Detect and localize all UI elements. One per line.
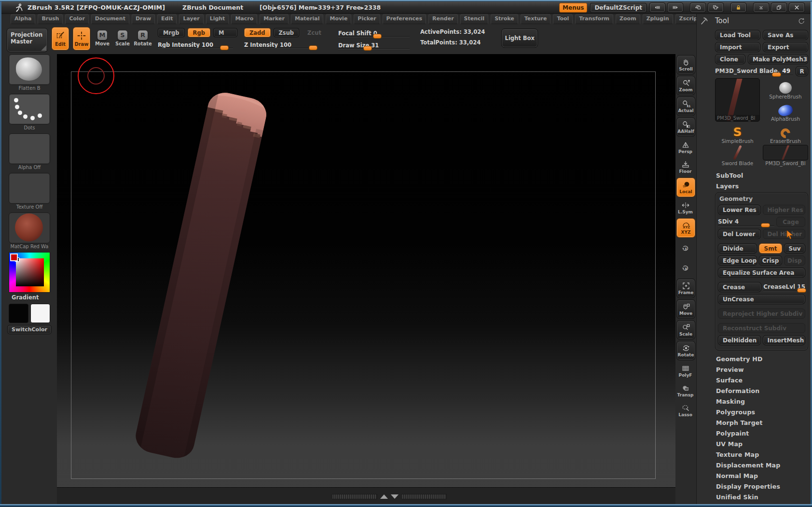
canvas-scrollbar[interactable]: [332, 494, 447, 499]
current-texture[interactable]: Texture Off: [9, 173, 50, 210]
window-control-button[interactable]: [771, 2, 787, 13]
lower-res-button[interactable]: Lower Res: [718, 205, 761, 215]
make-polymesh3d-button[interactable]: Make PolyMesh3D: [748, 54, 808, 64]
palette-section[interactable]: Normal Map: [715, 470, 808, 481]
main-color-swatch[interactable]: [9, 304, 28, 323]
del-higher-button[interactable]: Del Higher: [763, 229, 806, 239]
brush-thumbnail[interactable]: [9, 54, 50, 85]
current-stroke[interactable]: Dots: [9, 94, 50, 130]
menu-item[interactable]: Document: [91, 14, 129, 24]
right-shelf-button[interactable]: PolyF: [676, 362, 694, 380]
edge-loop-button[interactable]: Edge Loop: [718, 255, 757, 266]
right-shelf-button[interactable]: Scale: [676, 320, 695, 339]
projection-master-button[interactable]: Projection Master: [7, 28, 48, 52]
suv-button[interactable]: Suv: [784, 243, 805, 254]
right-shelf-button[interactable]: AAHalf: [676, 117, 695, 137]
menu-item[interactable]: Movie: [326, 14, 351, 24]
current-brush[interactable]: Flatten B: [9, 54, 50, 91]
move-mode-button[interactable]: M Move: [94, 27, 110, 49]
menu-item[interactable]: Draw: [132, 14, 155, 24]
palette-section[interactable]: Deformation: [715, 385, 808, 396]
document-canvas[interactable]: [57, 54, 675, 504]
mrgb-button[interactable]: Mrgb: [158, 28, 185, 37]
palette-section[interactable]: Unified Skin: [715, 492, 808, 502]
menu-item[interactable]: Zplugin: [643, 14, 673, 24]
stroke-thumbnail[interactable]: [9, 94, 50, 125]
window-control-button[interactable]: [753, 2, 769, 13]
equalize-surface-area-button[interactable]: Equalize Surface Area: [718, 268, 805, 278]
slider-knob[interactable]: [761, 223, 770, 227]
window-control-button[interactable]: [708, 2, 724, 13]
tool-item-pm3d-sword-blade[interactable]: PM3D_Sword_Bl: [763, 145, 808, 166]
menu-item[interactable]: Stroke: [491, 14, 518, 24]
cage-button[interactable]: Cage: [776, 217, 805, 227]
right-shelf-button[interactable]: Actual: [676, 97, 695, 116]
smt-button[interactable]: Smt: [759, 243, 782, 254]
palette-section[interactable]: Masking: [715, 396, 808, 407]
import-button[interactable]: Import: [715, 42, 760, 52]
export-button[interactable]: Export: [763, 42, 808, 52]
scroll-up-icon[interactable]: [380, 494, 388, 499]
rgb-button[interactable]: Rgb: [188, 28, 210, 37]
right-shelf-button[interactable]: Transp: [676, 381, 694, 400]
draw-mode-button[interactable]: Draw: [73, 27, 90, 50]
right-shelf-button[interactable]: Move: [676, 299, 695, 319]
menu-item[interactable]: Render: [428, 14, 458, 24]
scale-mode-button[interactable]: S Scale: [114, 27, 131, 49]
gradient-label[interactable]: Gradient: [12, 294, 39, 301]
reproject-higher-subdiv-button[interactable]: Reproject Higher Subdiv: [718, 309, 805, 319]
right-shelf-button[interactable]: Floor: [676, 158, 694, 176]
palette-section[interactable]: SubTool: [715, 170, 808, 181]
del-lower-button[interactable]: Del Lower: [718, 229, 761, 239]
active-tool-slider[interactable]: PM3D_Sword Blade. 49: [715, 66, 793, 75]
palette-section[interactable]: Texture Map: [715, 449, 808, 460]
window-control-button[interactable]: [690, 2, 706, 13]
saturation-value-square[interactable]: [16, 258, 44, 286]
alpha-thumbnail[interactable]: [9, 133, 50, 164]
zcut-button[interactable]: Zcut: [302, 28, 327, 37]
save-as-button[interactable]: Save As: [763, 30, 808, 40]
menu-item[interactable]: Color: [65, 14, 88, 24]
menu-item[interactable]: Zoom: [616, 14, 640, 24]
crease-lvl-slider[interactable]: CreaseLvl 15: [763, 282, 805, 291]
sdiv-slider[interactable]: SDiv 4: [718, 217, 774, 226]
window-control-button[interactable]: [730, 2, 746, 13]
load-tool-button[interactable]: Load Tool: [715, 30, 760, 40]
sword-blade-model[interactable]: [57, 54, 675, 504]
right-shelf-button[interactable]: Persp: [676, 138, 694, 156]
current-color-swatch[interactable]: [10, 254, 18, 261]
right-shelf-button[interactable]: Lasso: [676, 401, 694, 420]
menu-item[interactable]: Brush: [38, 14, 63, 24]
scroll-down-icon[interactable]: [391, 494, 399, 499]
menu-item[interactable]: Tool: [553, 14, 573, 24]
window-control-button[interactable]: [649, 2, 665, 13]
current-material[interactable]: MatCap Red Wa: [9, 212, 50, 249]
right-shelf-button[interactable]: Rotate: [676, 341, 695, 360]
insertmesh-button[interactable]: InsertMesh: [763, 335, 806, 345]
uncrease-button[interactable]: UnCrease: [718, 294, 805, 304]
rgb-intensity-slider[interactable]: Rgb Intensity 100: [158, 40, 233, 49]
r-button[interactable]: R: [796, 66, 808, 76]
current-alpha[interactable]: Alpha Off: [9, 133, 50, 170]
slider-knob[interactable]: [309, 45, 317, 50]
right-shelf-button[interactable]: Frame: [676, 279, 695, 298]
default-zscript-button[interactable]: DefaultZScript: [590, 3, 647, 13]
higher-res-button[interactable]: Higher Res: [763, 205, 806, 215]
restore-configuration-icon[interactable]: [798, 17, 805, 25]
draw-size-slider[interactable]: Draw Size 31: [338, 40, 410, 50]
palette-section[interactable]: Geometry HD: [715, 353, 808, 364]
menu-item[interactable]: Transform: [575, 14, 613, 24]
palette-section[interactable]: UV Map: [715, 438, 808, 449]
zadd-button[interactable]: Zadd: [244, 28, 271, 37]
right-shelf-button[interactable]: Local: [676, 178, 695, 197]
right-shelf-button[interactable]: Zoom: [676, 76, 695, 95]
reconstruct-subdiv-button[interactable]: Reconstruct Subdiv: [718, 323, 805, 333]
m-button[interactable]: M: [213, 28, 237, 37]
menu-item[interactable]: Texture: [521, 14, 551, 24]
menu-item[interactable]: Material: [291, 14, 323, 24]
light-box-button[interactable]: Light Box: [501, 28, 538, 48]
palette-section[interactable]: Polygroups: [715, 407, 808, 417]
slider-knob[interactable]: [373, 34, 382, 39]
focal-shift-slider[interactable]: Focal Shift 0: [338, 28, 410, 38]
disp-button[interactable]: Disp: [784, 255, 805, 266]
